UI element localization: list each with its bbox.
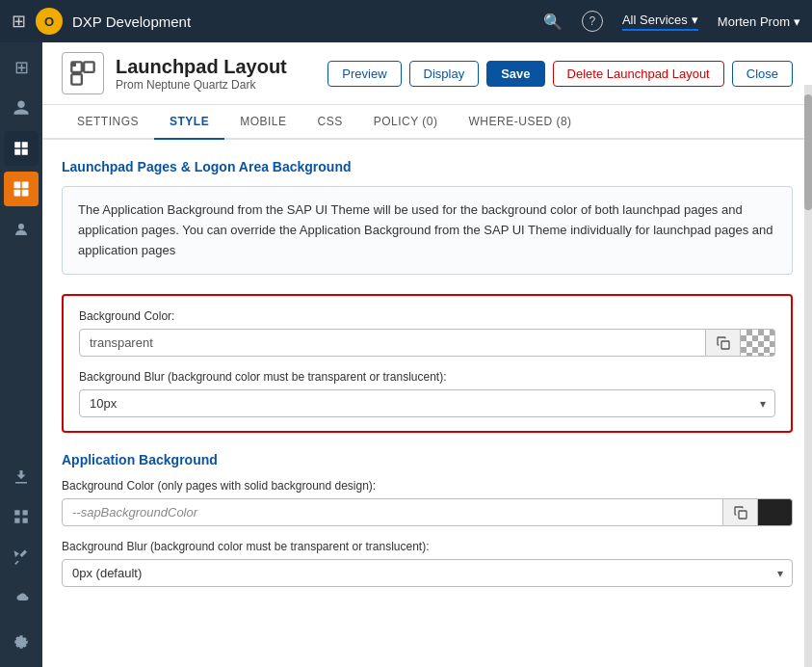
preview-button[interactable]: Preview: [327, 61, 401, 87]
sidebar-icon-grid2[interactable]: [4, 499, 39, 534]
svg-rect-16: [71, 74, 82, 85]
sidebar-icon-grid[interactable]: ⊞: [4, 50, 39, 85]
delete-button[interactable]: Delete Launchpad Layout: [553, 61, 724, 87]
bg-blur-label: Background Blur (background color must b…: [79, 370, 775, 384]
header-bar: Launchpad Layout Prom Neptune Quartz Dar…: [42, 42, 812, 105]
tab-bar: SETTINGS STYLE MOBILE CSS POLICY (0) WHE…: [42, 105, 812, 140]
bg-color-label: Background Color:: [79, 309, 775, 323]
background-color-section: Background Color: Background Blur (backg…: [62, 294, 793, 433]
svg-rect-9: [14, 510, 19, 515]
svg-rect-1: [22, 142, 28, 147]
sidebar-icon-user[interactable]: [4, 91, 39, 125]
page-subtitle: Prom Neptune Quartz Dark: [116, 78, 316, 92]
sidebar-icon-settings[interactable]: [4, 625, 39, 659]
color-picker-icon-button[interactable]: [741, 329, 775, 357]
svg-rect-14: [71, 62, 76, 67]
svg-rect-10: [23, 510, 28, 515]
all-services-button[interactable]: All Services ▾: [622, 13, 698, 31]
app-bg-blur-label: Background Blur (background color must b…: [62, 540, 793, 553]
display-button[interactable]: Display: [409, 61, 480, 87]
copy-icon-button[interactable]: [706, 329, 741, 357]
app-copy-icon-button[interactable]: [723, 498, 758, 526]
svg-rect-6: [14, 190, 21, 197]
app-bg-color-label: Background Color (only pages with solid …: [62, 479, 793, 493]
svg-rect-2: [14, 149, 20, 155]
app-title: DXP Development: [72, 13, 191, 30]
top-navigation: ⊞ O DXP Development 🔍 ? All Services ▾ M…: [0, 0, 812, 42]
svg-rect-15: [84, 62, 94, 72]
tab-where-used[interactable]: WHERE-USED (8): [454, 105, 588, 140]
sidebar-icon-layers[interactable]: [4, 131, 39, 166]
tab-style[interactable]: STYLE: [154, 105, 224, 140]
svg-point-8: [18, 224, 24, 229]
tab-settings[interactable]: SETTINGS: [62, 105, 154, 140]
svg-rect-12: [23, 519, 28, 523]
app-bg-color-field-row: [62, 498, 793, 526]
scrollbar-thumb[interactable]: [804, 94, 812, 210]
sidebar-icon-download[interactable]: [4, 459, 39, 494]
bg-color-input[interactable]: [79, 329, 706, 357]
svg-rect-18: [739, 511, 747, 519]
header-buttons: Preview Display Save Delete Launchpad La…: [327, 61, 793, 87]
sidebar-icon-apps[interactable]: [4, 172, 39, 206]
tab-mobile[interactable]: MOBILE: [224, 105, 301, 140]
sidebar-icon-cloud[interactable]: [4, 580, 39, 615]
sidebar-icon-tools[interactable]: [4, 540, 39, 574]
section1-title: Launchpad Pages & Logon Area Background: [62, 159, 793, 174]
info-text: The Application Background from the SAP …: [78, 202, 773, 257]
user-menu-button[interactable]: Morten Prom ▾: [718, 14, 800, 29]
bg-blur-select[interactable]: 10px 0px (default) 5px 15px 20px: [79, 389, 775, 417]
svg-rect-7: [22, 190, 29, 197]
save-button[interactable]: Save: [486, 61, 544, 87]
svg-rect-17: [721, 341, 729, 349]
bg-color-field-row: [79, 329, 775, 357]
tab-policy[interactable]: POLICY (0): [358, 105, 454, 140]
section2-title: Application Background: [62, 452, 793, 467]
services-chevron-icon: ▾: [692, 13, 698, 27]
nav-actions: 🔍 ? All Services ▾ Morten Prom ▾: [543, 11, 800, 32]
menu-icon[interactable]: ⊞: [12, 11, 26, 32]
help-icon[interactable]: ?: [582, 11, 603, 32]
scrollbar[interactable]: [804, 85, 812, 667]
entity-icon: [62, 52, 104, 94]
header-title-block: Launchpad Layout Prom Neptune Quartz Dar…: [116, 56, 316, 92]
info-box: The Application Background from the SAP …: [62, 186, 793, 275]
app-bg-blur-select[interactable]: 0px (default) 5px 10px 15px 20px: [62, 559, 793, 587]
svg-rect-4: [14, 182, 21, 189]
content-area: Launchpad Pages & Logon Area Background …: [42, 140, 812, 667]
bg-blur-select-wrapper: 10px 0px (default) 5px 15px 20px ▾: [79, 389, 775, 417]
app-bg-color-input[interactable]: [62, 498, 723, 526]
app-logo: O: [36, 8, 63, 35]
sidebar-icon-person[interactable]: [4, 212, 39, 247]
close-button[interactable]: Close: [732, 61, 793, 87]
sidebar: ⊞: [0, 42, 42, 667]
tab-css[interactable]: CSS: [302, 105, 358, 140]
app-bg-blur-select-wrapper: 0px (default) 5px 10px 15px 20px ▾: [62, 559, 793, 587]
user-chevron-icon: ▾: [794, 14, 800, 29]
page-title: Launchpad Layout: [116, 56, 316, 78]
app-color-swatch-icon-button[interactable]: [758, 498, 793, 526]
svg-rect-3: [22, 149, 28, 155]
search-icon[interactable]: 🔍: [543, 13, 563, 31]
svg-rect-11: [14, 519, 19, 523]
svg-rect-5: [22, 182, 29, 189]
svg-rect-0: [14, 142, 20, 147]
